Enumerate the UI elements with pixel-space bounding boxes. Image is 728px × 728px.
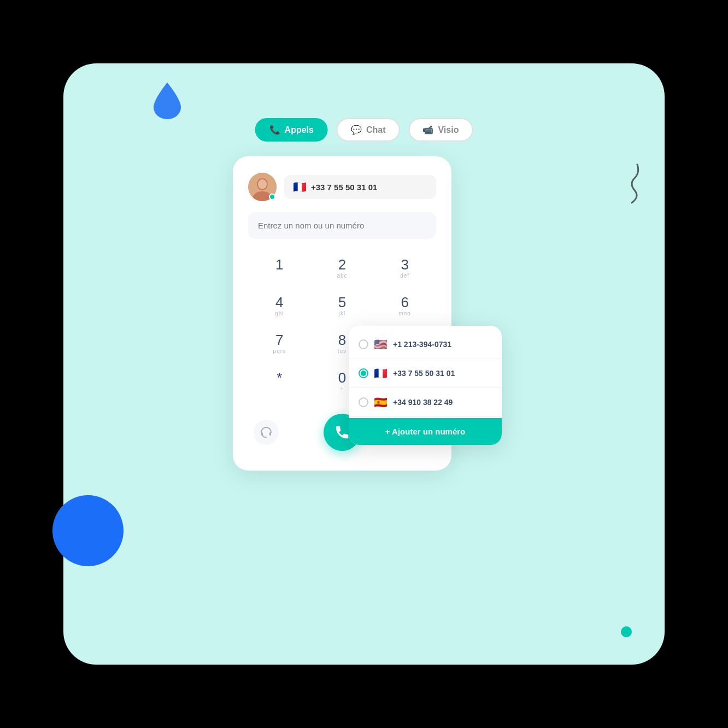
tab-chat-label: Chat: [366, 125, 386, 135]
tab-appels[interactable]: 📞 Appels: [255, 118, 328, 142]
add-number-button[interactable]: + Ajouter un numéro: [349, 418, 502, 445]
online-indicator: [269, 193, 275, 200]
caller-number-display[interactable]: 🇫🇷 +33 7 55 50 31 01: [284, 175, 436, 199]
decorative-squiggle: [610, 162, 643, 206]
caller-row: 🇫🇷 +33 7 55 50 31 01: [248, 173, 436, 201]
chat-icon: 💬: [351, 125, 362, 135]
dial-key-4[interactable]: 4 ghi: [248, 287, 311, 325]
us-number: +1 213-394-0731: [393, 340, 451, 349]
fr-flag: 🇫🇷: [374, 367, 388, 380]
radio-fr-inner: [361, 371, 366, 376]
france-flag: 🇫🇷: [293, 180, 307, 193]
radio-es[interactable]: [359, 397, 368, 407]
main-background: 📞 Appels 💬 Chat 📹 Visio: [63, 63, 665, 665]
number-option-fr[interactable]: 🇫🇷 +33 7 55 50 31 01: [349, 359, 502, 388]
number-option-us[interactable]: 🇺🇸 +1 213-394-0731: [349, 330, 502, 359]
radio-fr[interactable]: [359, 368, 368, 378]
dial-key-star[interactable]: *: [248, 363, 311, 401]
number-option-es[interactable]: 🇪🇸 +34 910 38 22 49: [349, 388, 502, 417]
phone-icon: 📞: [269, 125, 280, 135]
tab-visio[interactable]: 📹 Visio: [408, 118, 473, 142]
fr-number: +33 7 55 50 31 01: [393, 369, 455, 378]
tab-visio-label: Visio: [438, 125, 459, 135]
es-flag: 🇪🇸: [374, 396, 388, 409]
decorative-circle: [52, 495, 124, 566]
dial-key-3[interactable]: 3 def: [373, 250, 436, 287]
tab-appels-label: Appels: [285, 125, 314, 135]
caller-number-text: +33 7 55 50 31 01: [311, 183, 377, 192]
dial-key-1[interactable]: 1: [248, 250, 311, 287]
add-number-label: + Ajouter un numéro: [385, 427, 466, 436]
es-number: +34 910 38 22 49: [393, 398, 453, 407]
us-flag: 🇺🇸: [374, 338, 388, 351]
search-input[interactable]: [248, 212, 436, 239]
svg-point-2: [258, 179, 267, 189]
dial-key-7[interactable]: 7 pqrs: [248, 325, 311, 363]
decorative-dot: [621, 626, 632, 637]
svg-rect-5: [269, 432, 271, 436]
headset-button[interactable]: [254, 420, 279, 445]
dial-key-6[interactable]: 6 mno: [373, 287, 436, 325]
tabs-row: 📞 Appels 💬 Chat 📹 Visio: [255, 118, 473, 142]
avatar-wrap: [248, 173, 277, 201]
dial-key-5[interactable]: 5 jkl: [311, 287, 374, 325]
radio-us[interactable]: [359, 339, 368, 349]
tab-chat[interactable]: 💬 Chat: [337, 118, 400, 142]
video-icon: 📹: [422, 125, 433, 135]
number-popup: 🇺🇸 +1 213-394-0731 🇫🇷 +33 7 55 50 31 01 …: [349, 326, 502, 445]
svg-rect-4: [261, 432, 263, 436]
decorative-drop: [151, 80, 184, 121]
dial-key-2[interactable]: 2 abc: [311, 250, 374, 287]
